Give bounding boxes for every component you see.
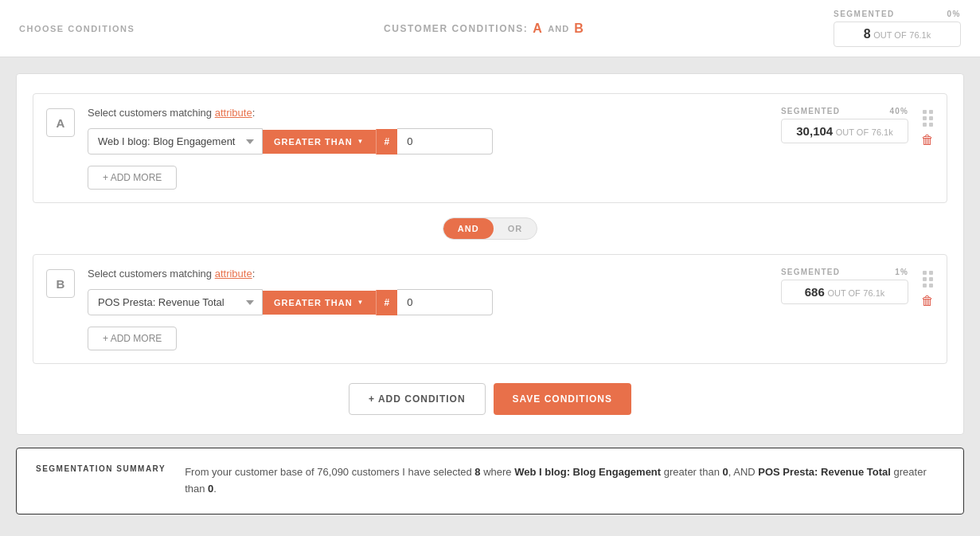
page-title: CHOOSE CONDITIONS (19, 24, 135, 33)
condition-icons-a: 🗑 (921, 107, 934, 147)
toggle-or[interactable]: OR (494, 218, 537, 239)
label-prefix-b: Select customers matching (88, 268, 215, 280)
cond-seg-pct-b: 1% (895, 268, 908, 276)
save-conditions-button[interactable]: SAVE CONDITIONS (494, 383, 631, 415)
header-bar: CHOOSE CONDITIONS CUSTOMER CONDITIONS: A… (0, 0, 980, 57)
condition-body-b: Select customers matching attribute: POS… (88, 268, 768, 350)
type-badge-a: # (376, 129, 398, 155)
header-segmented-label: SEGMENTED 0% (834, 10, 961, 18)
summary-label: SEGMENTATION SUMMARY (36, 464, 166, 473)
cond-count-num-b: 686 (805, 285, 825, 299)
condition-segmented-a: SEGMENTED 40% 30,104 OUT OF 76.1k (781, 107, 908, 143)
condition-block-b: B Select customers matching attribute: P… (33, 254, 947, 364)
and-or-row: AND OR (33, 203, 947, 254)
condition-icons-b: 🗑 (921, 268, 934, 308)
operator-button-b[interactable]: GREATER THAN ▼ (263, 291, 376, 315)
condition-right-b: SEGMENTED 1% 686 OUT OF 76.1k (781, 268, 908, 304)
operator-label-b: GREATER THAN (274, 298, 353, 307)
conditions-label-text: CUSTOMER CONDITIONS: (384, 23, 528, 34)
summary-attr1: Web I blog: Blog Engagement (514, 466, 661, 478)
summary-text: From your customer base of 76,090 custom… (185, 464, 944, 498)
cond-seg-pct-a: 40% (889, 107, 908, 115)
toggle-and[interactable]: AND (443, 218, 494, 239)
type-badge-b: # (376, 290, 398, 315)
condition-label-b: Select customers matching attribute: (88, 268, 768, 280)
condition-row-b: POS Presta: Revenue Total GREATER THAN ▼… (88, 289, 768, 315)
delete-icon-a[interactable]: 🗑 (921, 133, 934, 147)
value-input-a[interactable] (397, 128, 493, 155)
cond-seg-label-a: SEGMENTED 40% (781, 107, 908, 115)
drag-icon-b[interactable] (923, 271, 933, 288)
cond-count-num-a: 30,104 (796, 124, 833, 138)
summary-end: . (213, 483, 217, 495)
attribute-link-a[interactable]: attribute (215, 107, 252, 119)
label-prefix-a: Select customers matching (88, 107, 215, 119)
operator-caret-a: ▼ (357, 138, 365, 145)
main-content: A Select customers matching attribute: W… (0, 57, 980, 536)
cond-seg-label-b: SEGMENTED 1% (781, 268, 908, 276)
condition-segmented-b: SEGMENTED 1% 686 OUT OF 76.1k (781, 268, 908, 304)
customer-conditions-label: CUSTOMER CONDITIONS: A AND B (384, 22, 584, 36)
cond-seg-count-a: 30,104 OUT OF 76.1k (781, 119, 908, 143)
add-condition-button[interactable]: + ADD CONDITION (349, 383, 486, 415)
header-total: 76.1k (909, 30, 931, 40)
summary-mid1: where (481, 466, 515, 478)
summary-count: 8 (474, 466, 480, 478)
header-out-of-label: OUT OF (873, 30, 906, 40)
label-suffix-b: : (252, 268, 256, 280)
condition-row-a: Web I blog: Blog Engagement GREATER THAN… (88, 128, 768, 155)
condition-letter-b-badge: B (574, 22, 584, 36)
delete-icon-b[interactable]: 🗑 (921, 294, 934, 308)
condition-letter-a: A (46, 108, 75, 137)
value-input-b[interactable] (397, 289, 493, 315)
summary-val1: 0 (722, 466, 728, 478)
action-row: + ADD CONDITION SAVE CONDITIONS (33, 383, 947, 415)
summary-mid3: , AND (728, 466, 759, 478)
header-segmented-count-box: 8 OUT OF 76.1k (834, 22, 961, 47)
toggle-container[interactable]: AND OR (443, 217, 537, 240)
add-more-button-b[interactable]: + ADD MORE (88, 327, 177, 350)
header-segmented: SEGMENTED 0% 8 OUT OF 76.1k (834, 10, 961, 47)
condition-right-a: SEGMENTED 40% 30,104 OUT OF 76.1k (781, 107, 908, 143)
summary-intro: From your customer base of 76,090 custom… (185, 466, 474, 478)
drag-icon-a[interactable] (923, 110, 933, 127)
operator-caret-b: ▼ (357, 299, 365, 306)
header-segmented-count: 8 (864, 27, 871, 41)
label-suffix-a: : (252, 107, 256, 119)
summary-mid2: greater than (661, 466, 722, 478)
conjunction-label: AND (548, 24, 569, 33)
condition-letter-a-badge: A (533, 22, 543, 36)
cond-seg-count-b: 686 OUT OF 76.1k (781, 280, 908, 304)
summary-attr2: POS Presta: Revenue Total (758, 466, 891, 478)
attribute-select-b[interactable]: POS Presta: Revenue Total (88, 289, 263, 315)
attribute-link-b[interactable]: attribute (215, 268, 252, 280)
add-more-button-a[interactable]: + ADD MORE (88, 166, 177, 190)
condition-block-a: A Select customers matching attribute: W… (33, 93, 947, 203)
operator-label-a: GREATER THAN (274, 137, 353, 147)
operator-button-a[interactable]: GREATER THAN ▼ (263, 130, 376, 154)
condition-letter-b: B (46, 269, 75, 298)
attribute-select-a[interactable]: Web I blog: Blog Engagement (88, 128, 263, 155)
condition-body-a: Select customers matching attribute: Web… (88, 107, 768, 190)
condition-label-a: Select customers matching attribute: (88, 107, 768, 119)
segmentation-summary: SEGMENTATION SUMMARY From your customer … (16, 448, 964, 514)
header-segmented-pct: 0% (947, 10, 961, 18)
conditions-wrapper: A Select customers matching attribute: W… (16, 73, 964, 435)
